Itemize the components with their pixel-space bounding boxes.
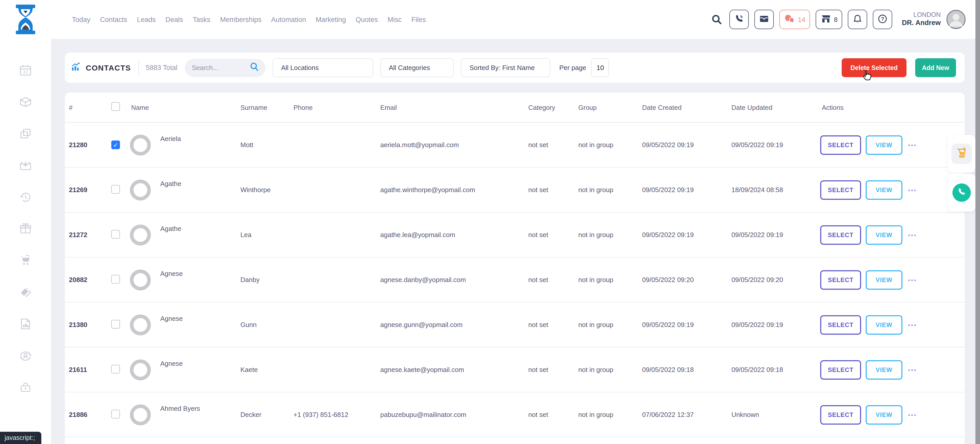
calendar-icon[interactable]: 12: [19, 64, 32, 77]
content-area: CONTACTS 5883 Total All Locations All Ca…: [51, 39, 980, 444]
nav-item-leads[interactable]: Leads: [137, 16, 156, 23]
row-checkbox[interactable]: [111, 409, 120, 418]
contact-first-name: Agathe: [160, 180, 181, 187]
delete-selected-button[interactable]: Delete Selected: [842, 58, 907, 77]
select-button[interactable]: SELECT: [820, 270, 861, 289]
app-logo-icon[interactable]: [15, 5, 36, 34]
select-button[interactable]: SELECT: [820, 180, 861, 200]
contact-id: 21886: [69, 411, 111, 418]
contacts-search[interactable]: [185, 59, 265, 77]
phone-button[interactable]: [730, 10, 749, 29]
contact-email: pabuzebupu@mailinator.com: [380, 411, 528, 418]
nav-item-marketing[interactable]: Marketing: [316, 16, 346, 23]
archive-icon[interactable]: [19, 159, 32, 172]
categories-filter[interactable]: All Categories: [380, 58, 453, 77]
add-new-button[interactable]: Add New: [915, 58, 956, 77]
gift-icon[interactable]: [19, 222, 32, 236]
col-group[interactable]: Group: [578, 104, 642, 111]
contact-surname: Winthorpe: [240, 186, 293, 194]
col-date-updated[interactable]: Date Updated: [732, 104, 820, 111]
date-created: 09/05/2022 09:19: [642, 321, 732, 329]
user-avatar[interactable]: [946, 10, 966, 29]
user-location: LONDON: [902, 11, 941, 19]
view-button[interactable]: VIEW: [865, 270, 902, 289]
view-button[interactable]: VIEW: [865, 225, 902, 244]
row-checkbox[interactable]: [111, 230, 120, 238]
nav-item-memberships[interactable]: Memberships: [220, 16, 261, 23]
nav-item-deals[interactable]: Deals: [165, 16, 183, 23]
cart-widget-button[interactable]: [951, 144, 972, 164]
call-widget-button[interactable]: [953, 184, 971, 202]
col-date-created[interactable]: Date Created: [642, 104, 732, 111]
tags-icon[interactable]: [19, 286, 32, 299]
col-name[interactable]: Name: [129, 104, 240, 111]
nav-item-quotes[interactable]: Quotes: [356, 16, 378, 23]
row-checkbox[interactable]: [111, 185, 120, 193]
help-button[interactable]: ?: [873, 10, 892, 29]
select-all-checkbox[interactable]: [111, 102, 120, 111]
col-surname[interactable]: Surname: [240, 104, 293, 111]
select-button[interactable]: SELECT: [820, 135, 861, 155]
contact-first-name: Ahmed Byers: [160, 405, 200, 412]
cart-icon[interactable]: [19, 254, 32, 267]
user-block[interactable]: LONDON DR. Andrew: [902, 11, 941, 28]
contact-surname: Gunn: [240, 321, 293, 329]
view-button[interactable]: VIEW: [865, 405, 902, 424]
search-icon[interactable]: [711, 14, 722, 25]
chart-icon: [71, 62, 81, 73]
chat-button[interactable]: 14: [780, 10, 810, 29]
table-row: 21269AgatheWinthorpeagathe.winthorpe@yop…: [65, 168, 965, 212]
select-button[interactable]: SELECT: [820, 405, 861, 424]
row-menu-button[interactable]: •••: [908, 232, 917, 238]
search-submit-icon[interactable]: [249, 62, 259, 73]
chat-count-badge: 14: [798, 16, 805, 23]
view-button[interactable]: VIEW: [865, 180, 902, 200]
nav-item-tasks[interactable]: Tasks: [192, 16, 210, 23]
row-menu-button[interactable]: •••: [908, 412, 917, 418]
nav-item-misc[interactable]: Misc: [388, 16, 402, 23]
date-updated: 09/05/2022 09:20: [732, 276, 820, 284]
view-button[interactable]: VIEW: [865, 360, 902, 379]
lock-icon[interactable]: [19, 381, 32, 394]
select-button[interactable]: SELECT: [820, 225, 861, 244]
package-icon[interactable]: [19, 96, 32, 109]
select-button[interactable]: SELECT: [820, 315, 861, 334]
nav-item-contacts[interactable]: Contacts: [100, 16, 127, 23]
inbox-button[interactable]: [755, 10, 774, 29]
row-menu-button[interactable]: •••: [908, 187, 917, 193]
row-checkbox[interactable]: [111, 319, 120, 328]
contact-group: not in group: [578, 186, 642, 194]
history-icon[interactable]: [19, 190, 32, 204]
row-checkbox[interactable]: [111, 364, 120, 373]
nav-item-files[interactable]: Files: [411, 16, 426, 23]
view-button[interactable]: VIEW: [865, 135, 902, 155]
row-menu-button[interactable]: •••: [908, 367, 917, 373]
select-button[interactable]: SELECT: [820, 360, 861, 379]
row-menu-button[interactable]: •••: [908, 322, 917, 328]
col-email[interactable]: Email: [380, 104, 528, 111]
col-phone[interactable]: Phone: [293, 104, 380, 111]
nav-item-today[interactable]: Today: [72, 16, 90, 23]
notifications-button[interactable]: [848, 10, 867, 29]
date-updated: 18/09/2024 08:58: [732, 186, 820, 194]
row-checkbox[interactable]: ✓: [111, 141, 120, 149]
col-id[interactable]: #: [69, 104, 111, 111]
col-category[interactable]: Category: [528, 104, 578, 111]
sort-filter[interactable]: Sorted By: First Name: [461, 58, 550, 77]
view-button[interactable]: VIEW: [865, 315, 902, 334]
locations-filter[interactable]: All Locations: [272, 58, 373, 77]
search-input[interactable]: [191, 63, 249, 72]
row-menu-button[interactable]: •••: [908, 277, 917, 283]
nav-item-automation[interactable]: Automation: [271, 16, 306, 23]
row-checkbox[interactable]: [111, 275, 120, 283]
report-icon[interactable]: [19, 317, 32, 331]
shop-button[interactable]: 8: [816, 10, 842, 29]
contact-category: not set: [528, 276, 578, 284]
user-sync-icon[interactable]: [19, 349, 32, 362]
scrollbar[interactable]: [975, 0, 980, 444]
per-page-input[interactable]: 10: [591, 58, 609, 77]
svg-text:?: ?: [881, 16, 884, 21]
table-row: 20882AgneseDanbyagnese.danby@yopmail.com…: [65, 257, 965, 302]
row-menu-button[interactable]: •••: [908, 142, 917, 148]
copy-icon[interactable]: [19, 127, 32, 141]
